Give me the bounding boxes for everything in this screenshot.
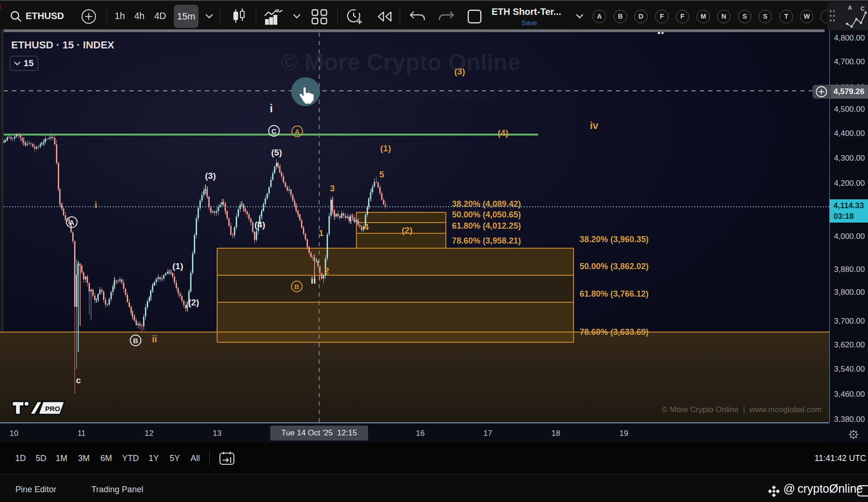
svg-text:61.80% (4,012.25): 61.80% (4,012.25) [452, 221, 521, 231]
svg-text:A: A [69, 218, 75, 226]
svg-text:61.80% (3,766.12): 61.80% (3,766.12) [580, 289, 649, 298]
svg-text:© More Crypto Online | www.m: © More Crypto Online | www.mcoglobal.com [662, 405, 822, 414]
svg-text:3: 3 [330, 183, 335, 193]
svg-text:(3): (3) [205, 171, 216, 181]
svg-text:c: c [76, 375, 81, 385]
svg-text:5: 5 [379, 170, 384, 179]
svg-text:i: i [95, 200, 97, 210]
svg-text:i: i [270, 102, 273, 115]
svg-text:38.20% (4,089.42): 38.20% (4,089.42) [452, 199, 521, 209]
svg-text:(2): (2) [402, 225, 412, 235]
svg-text:78.60% (3,633.69): 78.60% (3,633.69) [580, 327, 649, 337]
svg-text:(1): (1) [380, 143, 391, 153]
svg-text:78.60% (3,958.21): 78.60% (3,958.21) [452, 236, 521, 245]
svg-text:(1): (1) [172, 261, 183, 271]
svg-text:(3): (3) [454, 67, 465, 76]
svg-text:(4): (4) [498, 128, 508, 138]
svg-text:B: B [133, 337, 138, 345]
svg-text:C: C [272, 127, 277, 135]
svg-text:PRO: PRO [45, 405, 61, 413]
svg-text:2: 2 [324, 266, 329, 276]
svg-text:A: A [848, 5, 852, 11]
svg-text:ii: ii [152, 334, 157, 344]
svg-text:(5): (5) [271, 148, 282, 157]
svg-text:50.00% (4,050.65): 50.00% (4,050.65) [452, 210, 521, 219]
svg-text:(4): (4) [254, 220, 265, 230]
svg-text:(2): (2) [188, 298, 199, 307]
svg-text:50.00% (3,862.02): 50.00% (3,862.02) [580, 262, 649, 271]
svg-text:A: A [295, 128, 300, 136]
svg-text:© More Crypto Online: © More Crypto Online [281, 49, 521, 75]
svg-text:1: 1 [319, 228, 324, 238]
svg-text:C: C [861, 6, 865, 12]
svg-text:4: 4 [364, 222, 369, 232]
svg-text:MCO Global | www.mcoglobal.c: MCO Global | www.mcoglobal.com [333, 88, 497, 100]
svg-text:ii: ii [311, 275, 316, 285]
svg-text:38.20% (3,960.35): 38.20% (3,960.35) [580, 235, 649, 244]
svg-text:B: B [294, 283, 300, 291]
svg-text:iv: iv [590, 120, 599, 131]
